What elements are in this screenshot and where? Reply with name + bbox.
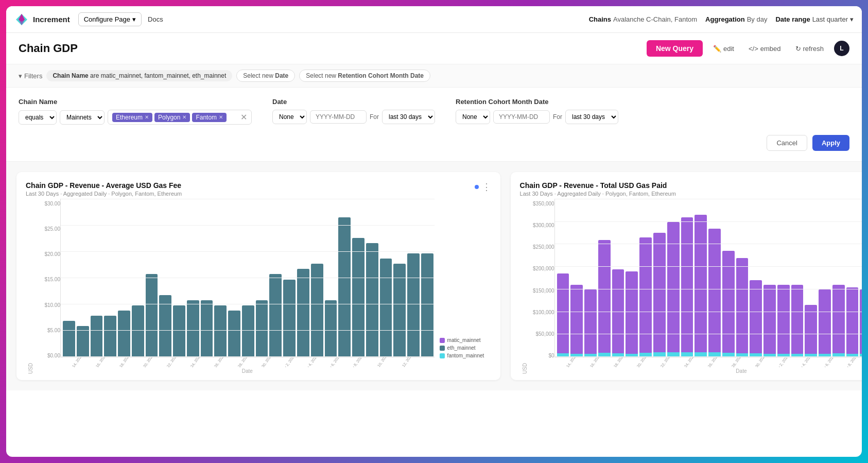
bar-group — [187, 202, 199, 357]
bar-group — [118, 202, 130, 357]
cancel-button[interactable]: Cancel — [767, 135, 807, 151]
aggregation-value: By day — [747, 15, 768, 23]
legend-item-eth: eth_mainnet — [440, 345, 491, 351]
charts-area: Chain GDP - Revenue - Average USD Gas Fe… — [6, 162, 862, 390]
equals-select[interactable]: equals — [19, 110, 57, 125]
avatar: L — [834, 41, 849, 56]
bar-group-stacked — [805, 202, 817, 357]
date-last-days-select[interactable]: last 30 days — [382, 110, 435, 124]
filter-actions: Cancel Apply — [19, 133, 849, 151]
bar-group-stacked — [722, 202, 735, 357]
bar-group — [366, 202, 378, 357]
bar-group — [173, 202, 185, 357]
chart2-inner: Apr 14, 2023Apr 16, 2023Apr 18, 2023Apr … — [554, 199, 862, 374]
chart1-menu-button[interactable]: ⋮ — [482, 181, 491, 193]
legend-item-matic: matic_mainnet — [440, 337, 491, 343]
date-none-select[interactable]: None — [272, 110, 307, 124]
top-nav: Increment Configure Page ▾ Docs Chains A… — [6, 6, 862, 33]
legend-item-fantom: fantom_mainnet — [440, 353, 491, 358]
chain-name-filter-label: Chain Name — [19, 98, 252, 106]
retention-filter-controls: None For last 30 days — [456, 110, 618, 124]
logo-area: Increment — [14, 12, 70, 27]
new-query-button[interactable]: New Query — [647, 40, 703, 57]
retention-filter-group: Retention Cohort Month Date None For las… — [456, 98, 618, 124]
clear-chips-button[interactable]: ✕ — [240, 112, 247, 122]
bar-group-stacked — [639, 202, 652, 357]
ethereum-chip[interactable]: Ethereum ✕ — [112, 113, 152, 122]
bar-group — [256, 202, 268, 357]
mainnets-select[interactable]: Mainnets — [60, 110, 105, 125]
bar-group — [132, 202, 144, 357]
bar-group-stacked — [736, 202, 749, 357]
date-range-label: Date range — [775, 15, 810, 23]
bar-group — [407, 202, 420, 357]
header-actions: New Query ✏️ edit </> embed ↻ refresh L — [647, 40, 849, 57]
bar-group — [159, 202, 171, 357]
bar-group — [421, 202, 433, 357]
chain-name-filter-controls: equals Mainnets Ethereum ✕ Polygon ✕ — [19, 110, 252, 125]
bar-group — [393, 202, 406, 357]
bar-group — [91, 202, 103, 357]
chart1-actions: ⋮ — [475, 181, 491, 193]
ethereum-chip-remove[interactable]: ✕ — [145, 114, 149, 120]
bar-group-stacked — [695, 202, 707, 357]
bar-group-stacked — [653, 202, 666, 357]
date-filter-controls: None For last 30 days — [272, 110, 435, 124]
page-title: Chain GDP — [19, 42, 78, 55]
polygon-chip-remove[interactable]: ✕ — [182, 114, 186, 120]
fantom-chip-remove[interactable]: ✕ — [219, 114, 223, 120]
chart2-body: USD $350,000 $300,000 $250,000 $200,000 … — [520, 199, 862, 374]
chart1-subtitle: Last 30 Days · Aggregated Daily · Polygo… — [26, 191, 182, 197]
date-range-value: Last quarter — [812, 15, 848, 23]
bar-group — [242, 202, 254, 357]
chain-name-tags-input[interactable]: Ethereum ✕ Polygon ✕ Fantom ✕ ✕ — [108, 110, 252, 125]
chart2-y-axis-title: USD — [520, 199, 528, 374]
select-date-filter-tag[interactable]: Select new Date — [236, 70, 295, 82]
configure-page-button[interactable]: Configure Page ▾ — [78, 12, 142, 26]
chart2-subtitle: Last 30 Days · Aggregated Daily · Polygo… — [520, 191, 676, 197]
page-header: Chain GDP New Query ✏️ edit </> embed ↻ … — [6, 33, 862, 64]
bar-group-stacked — [750, 202, 762, 357]
bar-group-stacked — [598, 202, 611, 357]
chart2-header: Chain GDP - Revenue - Total USD Gas Paid… — [520, 181, 862, 197]
chart2-title: Chain GDP - Revenue - Total USD Gas Paid — [520, 181, 676, 190]
bar-group-stacked — [860, 202, 862, 357]
fantom-chip[interactable]: Fantom ✕ — [192, 113, 227, 122]
bar-group — [325, 202, 337, 357]
bar-group-stacked — [612, 202, 624, 357]
bar-group-stacked — [846, 202, 859, 357]
chart1-card: Chain GDP - Revenue - Average USD Gas Fe… — [16, 172, 500, 380]
bar-group-stacked — [570, 202, 583, 357]
chains-value: Avalanche C-Chain, Fantom — [613, 15, 697, 23]
date-filter-group: Date None For last 30 days — [272, 98, 435, 124]
legend-dot-matic — [440, 338, 445, 343]
filters-bar: ▾ Filters Chain Name are matic_mainnet, … — [6, 64, 862, 88]
bar-group — [214, 202, 227, 357]
apply-button[interactable]: Apply — [812, 135, 849, 151]
docs-link[interactable]: Docs — [148, 15, 163, 23]
filters-label: ▾ Filters — [19, 72, 42, 80]
select-retention-filter-tag[interactable]: Select new Retention Cohort Month Date — [299, 70, 430, 82]
refresh-button[interactable]: ↻ refresh — [791, 43, 828, 55]
embed-button[interactable]: </> embed — [744, 43, 785, 55]
polygon-chip[interactable]: Polygon ✕ — [154, 113, 190, 122]
retention-date-input[interactable] — [493, 110, 550, 124]
bar-group — [311, 202, 323, 357]
filter-chevron-icon: ▾ — [19, 72, 22, 80]
date-range-button[interactable]: Last quarter ▾ — [812, 15, 854, 23]
chain-name-filter-tag[interactable]: Chain Name are matic_mainnet, fantom_mai… — [46, 70, 232, 81]
bar-group-stacked — [777, 202, 790, 357]
filter-row: Chain Name equals Mainnets Ethereum ✕ — [19, 98, 849, 125]
retention-none-select[interactable]: None — [456, 110, 490, 124]
chart1-bars — [60, 199, 435, 357]
edit-button[interactable]: ✏️ edit — [709, 43, 738, 55]
chart2-x-title: Date — [554, 368, 862, 374]
bar-group — [104, 202, 116, 357]
date-for-label: For — [370, 113, 379, 121]
legend-dot-fantom — [440, 353, 445, 358]
date-input[interactable] — [310, 110, 367, 124]
bar-group — [338, 202, 351, 357]
bar-group — [297, 202, 309, 357]
embed-icon: </> — [749, 45, 758, 53]
retention-last-days-select[interactable]: last 30 days — [565, 110, 618, 124]
